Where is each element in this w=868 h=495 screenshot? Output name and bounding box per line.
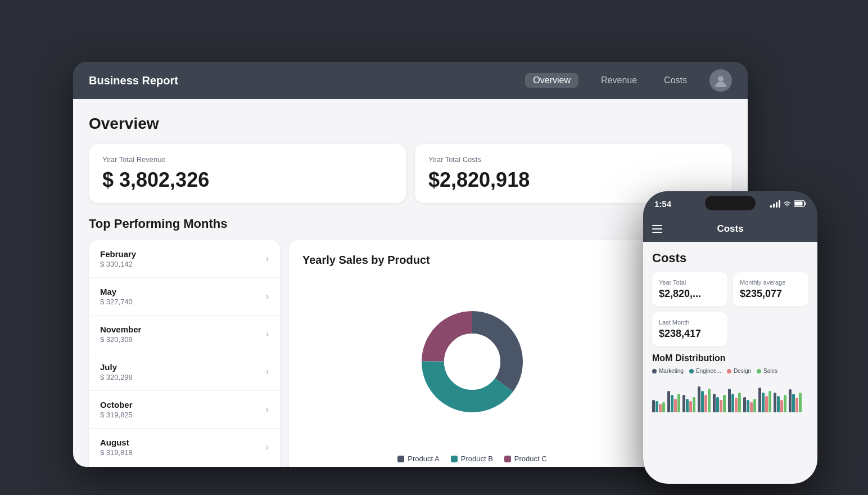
mom-bar-chart: [652, 379, 808, 412]
mini-bar: [682, 395, 685, 412]
month-value-august: $ 319,818: [100, 448, 133, 457]
phone-header: Costs: [643, 216, 817, 242]
ham-line-2: [652, 228, 662, 230]
phone-kpi-monthly-label: Monthly average: [740, 279, 802, 286]
bar2: [773, 204, 775, 208]
bar-group: [789, 389, 802, 412]
month-name-may: May: [100, 287, 133, 296]
legend-dot-product-a: [397, 456, 404, 462]
legend-product-b: Product B: [451, 454, 493, 463]
legend-design: Design: [727, 368, 751, 374]
month-name-july: July: [100, 362, 133, 372]
hamburger-icon[interactable]: [652, 225, 662, 233]
phone-device: 1:54: [643, 191, 817, 484]
wifi-icon: [783, 200, 792, 207]
mini-bar: [789, 389, 792, 412]
mini-bar: [735, 398, 738, 412]
donut-chart-container: [302, 276, 642, 448]
mini-bar: [743, 397, 746, 413]
donut-chart: [416, 305, 528, 418]
legend-dot-design: [727, 369, 731, 374]
svg-point-0: [718, 76, 724, 82]
phone-statusbar: 1:54: [643, 191, 817, 216]
bar-group: [698, 386, 711, 412]
ham-line-3: [652, 232, 662, 233]
mini-bar: [704, 395, 707, 412]
bottom-row: February $ 330,142 › May $ 327,740 › Nov…: [89, 240, 732, 467]
bar-group: [743, 397, 756, 413]
donut-legend: Product A Product B Product C: [302, 454, 642, 463]
avatar[interactable]: [709, 69, 732, 92]
month-item-may[interactable]: May $ 327,740 ›: [89, 278, 280, 316]
mom-title: MoM Distribution: [652, 353, 808, 363]
month-value-november: $ 320,309: [100, 335, 141, 344]
phone-legend: Marketing Enginee... Design Sales: [652, 368, 808, 374]
legend-dot-marketing: [652, 369, 657, 374]
month-item-july[interactable]: July $ 320,298 ›: [89, 353, 280, 391]
mini-bar: [655, 401, 658, 412]
chevron-icon-may: ›: [266, 291, 269, 302]
bar-group: [682, 395, 695, 412]
tab-overview[interactable]: Overview: [525, 73, 578, 88]
mini-bar: [677, 394, 680, 412]
mini-bar: [674, 399, 677, 412]
month-value-july: $ 320,298: [100, 373, 133, 381]
mini-bar: [784, 395, 786, 412]
bar-group: [774, 393, 786, 412]
legend-engineering: Enginee...: [689, 368, 721, 374]
legend-dot-sales: [757, 369, 761, 374]
month-item-november[interactable]: November $ 320,309 ›: [89, 316, 280, 353]
month-item-august[interactable]: August $ 319,818 ›: [89, 429, 280, 466]
chevron-icon-february: ›: [266, 254, 269, 264]
mini-bar: [765, 396, 768, 412]
tab-costs[interactable]: Costs: [659, 73, 691, 88]
month-list-card: February $ 330,142 › May $ 327,740 › Nov…: [89, 240, 280, 467]
month-name-november: November: [100, 325, 141, 334]
month-value-may: $ 327,740: [100, 298, 133, 306]
battery-icon: [794, 200, 806, 207]
mini-bar: [758, 388, 761, 412]
phone-status-icons: [770, 200, 806, 208]
kpi-revenue-value: $ 3,802,326: [102, 168, 392, 192]
mini-bar: [686, 399, 689, 412]
phone-kpi-lastmonth-value: $238,417: [659, 328, 721, 340]
bar-group: [728, 389, 741, 412]
legend-label-product-b: Product B: [461, 454, 493, 463]
phone-kpi-monthly-value: $235,077: [740, 288, 802, 300]
legend-label-sales: Sales: [763, 368, 777, 374]
tablet-header: Business Report Overview Revenue Costs: [73, 62, 748, 99]
legend-label-marketing: Marketing: [659, 368, 684, 374]
mini-bar: [652, 400, 655, 412]
phone-kpi-year-label: Year Total: [659, 279, 721, 286]
svg-rect-9: [805, 202, 806, 205]
kpi-revenue-label: Year Total Revenue: [102, 155, 392, 164]
month-item-october[interactable]: October $ 319,825 ›: [89, 391, 280, 429]
ham-line-1: [652, 225, 662, 226]
mini-bar: [698, 386, 700, 412]
mini-bar: [720, 400, 722, 412]
phone-kpi-grid: Year Total $2,820,... Monthly average $2…: [652, 272, 808, 346]
top-months-title: Top Performing Months: [89, 217, 732, 231]
mini-bar: [747, 400, 749, 412]
bar4: [779, 200, 780, 208]
phone-notch: [705, 196, 756, 210]
tab-revenue[interactable]: Revenue: [596, 73, 641, 88]
mini-bar: [708, 389, 711, 412]
mini-bar: [768, 391, 771, 413]
bar-group: [667, 391, 680, 413]
phone-kpi-lastmonth-label: Last Month: [659, 319, 721, 326]
app-title: Business Report: [89, 74, 525, 87]
legend-label-product-a: Product A: [408, 454, 439, 463]
mini-bar: [701, 391, 704, 413]
yearly-sales-chart-card: Yearly Sales by Product Product A: [289, 240, 655, 467]
month-item-february[interactable]: February $ 330,142 ›: [89, 240, 280, 278]
phone-kpi-year-total: Year Total $2,820,...: [652, 272, 727, 307]
legend-product-a: Product A: [397, 454, 439, 463]
chevron-icon-july: ›: [266, 367, 269, 377]
mini-bar: [799, 393, 802, 412]
mini-bar: [780, 400, 783, 412]
month-value-october: $ 319,825: [100, 411, 133, 419]
mini-bar: [738, 393, 741, 412]
legend-dot-engineering: [689, 369, 694, 374]
bar3: [776, 202, 777, 208]
